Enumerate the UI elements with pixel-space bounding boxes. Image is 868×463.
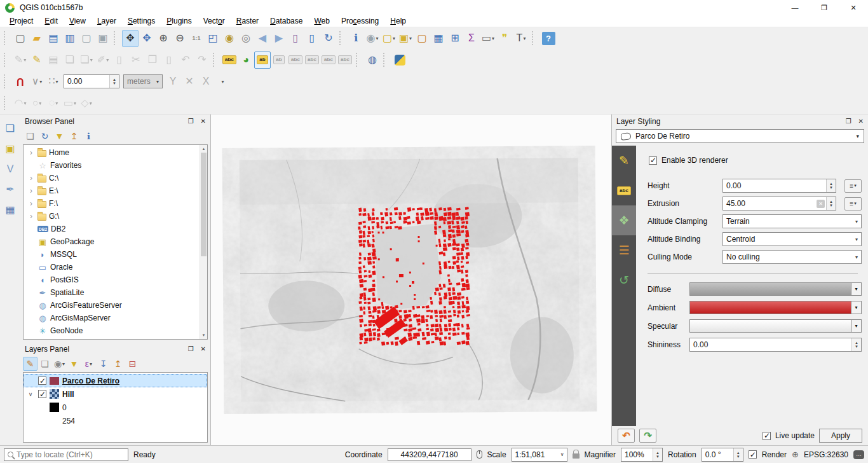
browser-collapse-all-icon[interactable]: ↥ [67,129,81,143]
new-shapefile-layer-icon[interactable]: V [2,160,18,177]
current-edits-icon[interactable]: ✎▾ [12,52,29,69]
coordinate-input[interactable]: 443209,4477180 [388,448,471,461]
new-project-icon[interactable]: ▢ [12,30,29,47]
legend-item-254[interactable]: 254 [24,414,207,427]
browser-item-g[interactable]: ›G:\ [24,210,200,223]
style-redo-button[interactable]: ↷ [639,429,656,443]
extent-toggle-icon[interactable] [477,450,482,459]
paste-features-icon[interactable]: ▯ [161,52,177,69]
browser-item-favorites[interactable]: ☆Favorites [24,159,200,172]
python-console-icon[interactable] [391,52,408,69]
remove-layer-icon[interactable]: ⊟ [125,357,140,371]
close-button[interactable]: ✕ [839,0,868,15]
layer-visibility-checkbox[interactable] [38,377,46,385]
expand-icon[interactable]: › [27,212,35,221]
add-group-icon[interactable]: ❏ [37,357,52,371]
history-tab[interactable]: ↺ [612,265,636,295]
snapping-units-combo[interactable]: meters▾ [123,74,163,88]
pan-to-selection-icon[interactable]: ✥ [139,30,155,47]
live-update-checkbox[interactable] [763,432,771,440]
filter-legend-icon[interactable]: ▼ [67,357,81,371]
menu-processing[interactable]: Processing [336,16,384,26]
browser-item-geopackage[interactable]: ▣GeoPackage [24,235,200,248]
magnifier-input[interactable]: 100% ▲▼ [621,448,663,462]
snapping-more-dropdown[interactable]: ▾ [214,73,231,90]
browser-refresh-icon[interactable]: ↻ [37,129,52,143]
menu-project[interactable]: Project [4,16,39,26]
browser-item-arcgismapserver[interactable]: ◍ArcGisMapServer [24,312,200,324]
new-virtual-layer-icon[interactable]: ▦ [2,201,18,218]
browser-filter-icon[interactable]: ▼ [52,129,67,143]
layers-float-button[interactable]: ❐ [188,345,194,352]
browser-item-mssql[interactable]: ◗MSSQL [24,248,200,261]
height-override-button[interactable]: ≡▾ [844,179,862,193]
browser-item-postgis[interactable]: ◖PostGIS [24,273,200,286]
vertex-tool-icon[interactable]: ✐▾ [95,52,111,69]
height-spinner[interactable]: ▲▼ [826,179,836,192]
help-icon[interactable]: ? [540,30,557,47]
style-manager-tab[interactable]: ☰ [612,235,636,265]
highlight-pinned-labels-icon[interactable]: ab [271,52,287,69]
crs-status[interactable]: EPSG:32630 [804,450,848,459]
specular-color-button[interactable]: ▾ [689,319,862,333]
new-bookmark-icon[interactable]: ▯ [287,30,304,47]
run-feature-action-icon[interactable]: ◉▾ [364,30,381,47]
height-input[interactable]: 0.00 ▲▼ [722,179,836,193]
snapping-mode-icon[interactable]: ∨▾ [29,73,45,90]
zoom-in-icon[interactable]: ⊕ [155,30,172,47]
expand-icon[interactable]: › [27,199,35,208]
layer-visibility-checkbox[interactable] [38,390,46,398]
browser-item-e[interactable]: ›E:\ [24,184,200,197]
select-features-icon[interactable]: ▢▾ [381,30,397,47]
symbology-tab[interactable]: ✎ [612,146,636,176]
locator-input[interactable] [17,450,125,459]
layer-expand-icon[interactable]: ∨ [26,391,35,397]
scale-select[interactable]: 1:51,081 ∨ [512,448,567,462]
menu-web[interactable]: Web [308,16,335,26]
browser-float-button[interactable]: ❐ [188,118,194,125]
menu-plugins[interactable]: Plugins [161,16,197,26]
enable-snapping-icon[interactable]: U [12,73,29,90]
crs-globe-icon[interactable]: ⊕ [792,450,799,459]
expand-all-icon[interactable]: ↧ [96,357,111,371]
legend-item-0[interactable]: 0 [24,401,207,414]
zoom-last-icon[interactable]: ◀ [254,30,271,47]
manage-themes-icon[interactable]: ◉▾ [52,357,67,371]
save-project-as-icon[interactable]: ▥ [62,30,78,47]
altitude-clamping-select[interactable]: Terrain ▾ [722,214,862,228]
menu-edit[interactable]: Edit [39,16,64,26]
pin-labels-icon[interactable]: ab [254,52,271,69]
browser-item-spatialite[interactable]: ✒SpatiaLite [24,286,200,299]
browser-add-layers-icon[interactable]: ❏ [23,129,37,143]
field-calculator-icon[interactable]: ⊞ [447,30,463,47]
new-print-layout-icon[interactable]: ▢ [78,30,95,47]
zoom-to-selection-icon[interactable]: ◉ [221,30,238,47]
browser-close-button[interactable]: ✕ [201,118,206,125]
map-tips-icon[interactable]: ❞ [496,30,513,47]
layout-manager-icon[interactable]: ▣ [95,30,111,47]
circle-icon[interactable]: ○▾ [29,95,45,112]
map-canvas[interactable] [211,114,611,445]
ellipse-icon[interactable]: ◌▾ [45,95,62,112]
add-part-icon[interactable]: ❏▾ [78,52,95,69]
zoom-full-icon[interactable]: ◰ [205,30,221,47]
zoom-to-layer-icon[interactable]: ◎ [238,30,254,47]
browser-item-f[interactable]: ›F:\ [24,197,200,210]
show-hide-labels-icon[interactable]: abc [287,52,304,69]
menu-settings[interactable]: Settings [122,16,161,26]
measure-icon[interactable]: ▭▾ [480,30,496,47]
snapping-tolerance-spin-arrows[interactable]: ▲▼ [109,75,119,88]
ambient-color-button[interactable]: ▾ [689,301,862,314]
menu-raster[interactable]: Raster [231,16,264,26]
zoom-out-icon[interactable]: ⊖ [172,30,188,47]
rotation-spinner[interactable]: ▲▼ [733,448,743,461]
chevron-down-icon[interactable]: ▾ [851,301,862,314]
topological-editing-icon[interactable]: Y [165,73,181,90]
layers-close-button[interactable]: ✕ [201,345,206,352]
rotate-label-icon[interactable]: abc [320,52,337,69]
self-snapping-icon[interactable]: X [198,73,214,90]
shininess-spinner[interactable]: ▲▼ [851,338,861,351]
zoom-next-icon[interactable]: ▶ [271,30,287,47]
regular-polygon-icon[interactable]: ◇▾ [78,95,95,112]
show-bookmarks-icon[interactable]: ▯ [304,30,320,47]
